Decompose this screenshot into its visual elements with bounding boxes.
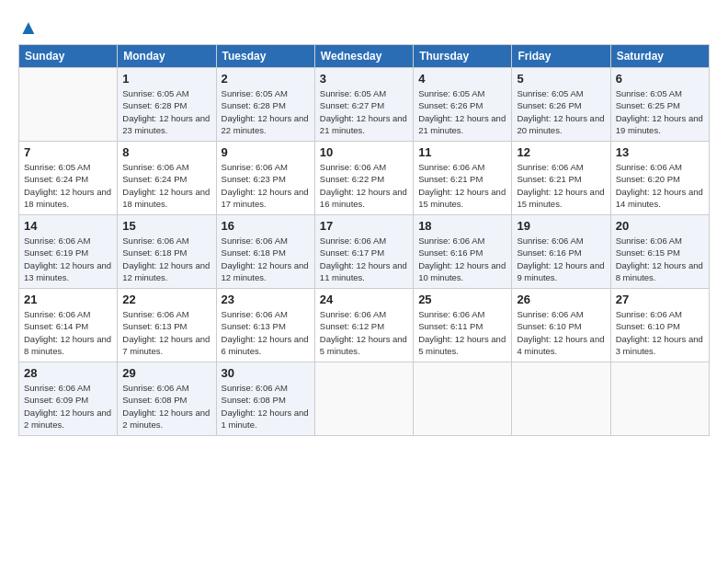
calendar-cell: 20Sunrise: 6:06 AMSunset: 6:15 PMDayligh…: [610, 215, 709, 289]
calendar-cell: 24Sunrise: 6:06 AMSunset: 6:12 PMDayligh…: [314, 289, 413, 362]
calendar-cell: 18Sunrise: 6:06 AMSunset: 6:16 PMDayligh…: [414, 215, 512, 289]
day-info: Sunrise: 6:05 AMSunset: 6:27 PMDaylight:…: [320, 87, 408, 136]
calendar-cell: 13Sunrise: 6:06 AMSunset: 6:20 PMDayligh…: [610, 142, 709, 215]
day-number: 26: [517, 293, 605, 306]
day-info: Sunrise: 6:06 AMSunset: 6:10 PMDaylight:…: [616, 308, 704, 357]
day-number: 2: [222, 72, 310, 86]
day-number: 30: [222, 366, 310, 380]
calendar-cell: 12Sunrise: 6:06 AMSunset: 6:21 PMDayligh…: [512, 142, 610, 215]
day-number: 5: [517, 72, 605, 86]
day-info: Sunrise: 6:06 AMSunset: 6:11 PMDaylight:…: [418, 308, 506, 357]
day-number: 23: [222, 293, 310, 306]
calendar-week-row: 7Sunrise: 6:05 AMSunset: 6:24 PMDaylight…: [19, 142, 710, 215]
day-number: 1: [122, 72, 210, 86]
day-number: 10: [320, 145, 408, 159]
day-info: Sunrise: 6:06 AMSunset: 6:19 PMDaylight:…: [24, 235, 112, 283]
day-info: Sunrise: 6:06 AMSunset: 6:22 PMDaylight:…: [320, 161, 408, 210]
calendar-cell: 26Sunrise: 6:06 AMSunset: 6:10 PMDayligh…: [512, 289, 610, 362]
day-number: 21: [24, 293, 112, 306]
day-info: Sunrise: 6:05 AMSunset: 6:26 PMDaylight:…: [418, 87, 506, 136]
logo: ▲: [18, 17, 39, 35]
day-info: Sunrise: 6:06 AMSunset: 6:13 PMDaylight:…: [122, 308, 210, 357]
day-info: Sunrise: 6:05 AMSunset: 6:25 PMDaylight:…: [616, 87, 704, 136]
calendar-cell: 19Sunrise: 6:06 AMSunset: 6:16 PMDayligh…: [512, 215, 610, 289]
day-info: Sunrise: 6:06 AMSunset: 6:17 PMDaylight:…: [320, 235, 408, 283]
calendar-cell: 8Sunrise: 6:06 AMSunset: 6:24 PMDaylight…: [118, 142, 216, 215]
calendar-cell: [512, 362, 610, 436]
logo-bird-icon: ▲: [18, 16, 39, 39]
calendar-cell: 5Sunrise: 6:05 AMSunset: 6:26 PMDaylight…: [512, 68, 610, 142]
day-info: Sunrise: 6:06 AMSunset: 6:08 PMDaylight:…: [122, 382, 210, 431]
day-number: 15: [122, 219, 210, 233]
day-number: 25: [418, 293, 506, 306]
day-info: Sunrise: 6:05 AMSunset: 6:24 PMDaylight:…: [24, 161, 112, 210]
day-number: 27: [616, 293, 704, 306]
day-info: Sunrise: 6:06 AMSunset: 6:13 PMDaylight:…: [222, 308, 310, 357]
calendar-cell: 21Sunrise: 6:06 AMSunset: 6:14 PMDayligh…: [19, 289, 118, 362]
header-tuesday: Tuesday: [216, 45, 314, 68]
calendar-week-row: 14Sunrise: 6:06 AMSunset: 6:19 PMDayligh…: [19, 215, 710, 289]
day-number: 20: [616, 219, 704, 233]
weekday-header-row: Sunday Monday Tuesday Wednesday Thursday…: [19, 45, 710, 68]
day-number: 24: [320, 293, 408, 306]
calendar-cell: 23Sunrise: 6:06 AMSunset: 6:13 PMDayligh…: [216, 289, 314, 362]
day-number: 22: [122, 293, 210, 306]
day-info: Sunrise: 6:06 AMSunset: 6:14 PMDaylight:…: [24, 308, 112, 357]
calendar-table: Sunday Monday Tuesday Wednesday Thursday…: [18, 44, 710, 436]
day-number: 8: [122, 145, 210, 159]
calendar-cell: [19, 68, 118, 142]
calendar-cell: 2Sunrise: 6:05 AMSunset: 6:28 PMDaylight…: [216, 68, 314, 142]
day-number: 9: [222, 145, 310, 159]
calendar-cell: 15Sunrise: 6:06 AMSunset: 6:18 PMDayligh…: [118, 215, 216, 289]
day-number: 11: [418, 145, 506, 159]
header-friday: Friday: [512, 45, 610, 68]
day-info: Sunrise: 6:06 AMSunset: 6:21 PMDaylight:…: [418, 161, 506, 210]
day-info: Sunrise: 6:06 AMSunset: 6:16 PMDaylight:…: [418, 235, 506, 283]
logo-text: ▲: [18, 17, 39, 39]
day-info: Sunrise: 6:06 AMSunset: 6:18 PMDaylight:…: [222, 235, 310, 283]
calendar-cell: 7Sunrise: 6:05 AMSunset: 6:24 PMDaylight…: [19, 142, 118, 215]
calendar-cell: 17Sunrise: 6:06 AMSunset: 6:17 PMDayligh…: [314, 215, 413, 289]
day-number: 19: [517, 219, 605, 233]
day-info: Sunrise: 6:06 AMSunset: 6:18 PMDaylight:…: [122, 235, 210, 283]
day-number: 3: [320, 72, 408, 86]
calendar-cell: 22Sunrise: 6:06 AMSunset: 6:13 PMDayligh…: [118, 289, 216, 362]
day-info: Sunrise: 6:06 AMSunset: 6:16 PMDaylight:…: [517, 235, 605, 283]
header-saturday: Saturday: [610, 45, 709, 68]
header-area: ▲: [18, 17, 710, 35]
calendar-cell: 25Sunrise: 6:06 AMSunset: 6:11 PMDayligh…: [414, 289, 512, 362]
day-info: Sunrise: 6:06 AMSunset: 6:24 PMDaylight:…: [122, 161, 210, 210]
day-info: Sunrise: 6:05 AMSunset: 6:28 PMDaylight:…: [222, 87, 310, 136]
header-wednesday: Wednesday: [314, 45, 413, 68]
day-number: 28: [24, 366, 112, 380]
calendar-cell: 29Sunrise: 6:06 AMSunset: 6:08 PMDayligh…: [118, 362, 216, 436]
header-sunday: Sunday: [19, 45, 118, 68]
day-info: Sunrise: 6:06 AMSunset: 6:15 PMDaylight:…: [616, 235, 704, 283]
day-info: Sunrise: 6:06 AMSunset: 6:21 PMDaylight:…: [517, 161, 605, 210]
day-number: 6: [616, 72, 704, 86]
day-info: Sunrise: 6:06 AMSunset: 6:08 PMDaylight:…: [222, 382, 310, 431]
calendar-cell: [314, 362, 413, 436]
calendar-cell: [610, 362, 709, 436]
calendar-cell: 16Sunrise: 6:06 AMSunset: 6:18 PMDayligh…: [216, 215, 314, 289]
calendar-cell: 3Sunrise: 6:05 AMSunset: 6:27 PMDaylight…: [314, 68, 413, 142]
calendar-week-row: 1Sunrise: 6:05 AMSunset: 6:28 PMDaylight…: [19, 68, 710, 142]
day-number: 13: [616, 145, 704, 159]
header-monday: Monday: [118, 45, 216, 68]
day-number: 12: [517, 145, 605, 159]
day-number: 29: [122, 366, 210, 380]
calendar-cell: 27Sunrise: 6:06 AMSunset: 6:10 PMDayligh…: [610, 289, 709, 362]
calendar-cell: 4Sunrise: 6:05 AMSunset: 6:26 PMDaylight…: [414, 68, 512, 142]
day-info: Sunrise: 6:05 AMSunset: 6:26 PMDaylight:…: [517, 87, 605, 136]
day-info: Sunrise: 6:06 AMSunset: 6:10 PMDaylight:…: [517, 308, 605, 357]
day-number: 7: [24, 145, 112, 159]
calendar-cell: 30Sunrise: 6:06 AMSunset: 6:08 PMDayligh…: [216, 362, 314, 436]
calendar-cell: 1Sunrise: 6:05 AMSunset: 6:28 PMDaylight…: [118, 68, 216, 142]
day-info: Sunrise: 6:06 AMSunset: 6:12 PMDaylight:…: [320, 308, 408, 357]
calendar-cell: 9Sunrise: 6:06 AMSunset: 6:23 PMDaylight…: [216, 142, 314, 215]
calendar-cell: 10Sunrise: 6:06 AMSunset: 6:22 PMDayligh…: [314, 142, 413, 215]
day-number: 14: [24, 219, 112, 233]
calendar-cell: 28Sunrise: 6:06 AMSunset: 6:09 PMDayligh…: [19, 362, 118, 436]
calendar-week-row: 28Sunrise: 6:06 AMSunset: 6:09 PMDayligh…: [19, 362, 710, 436]
calendar-cell: 6Sunrise: 6:05 AMSunset: 6:25 PMDaylight…: [610, 68, 709, 142]
